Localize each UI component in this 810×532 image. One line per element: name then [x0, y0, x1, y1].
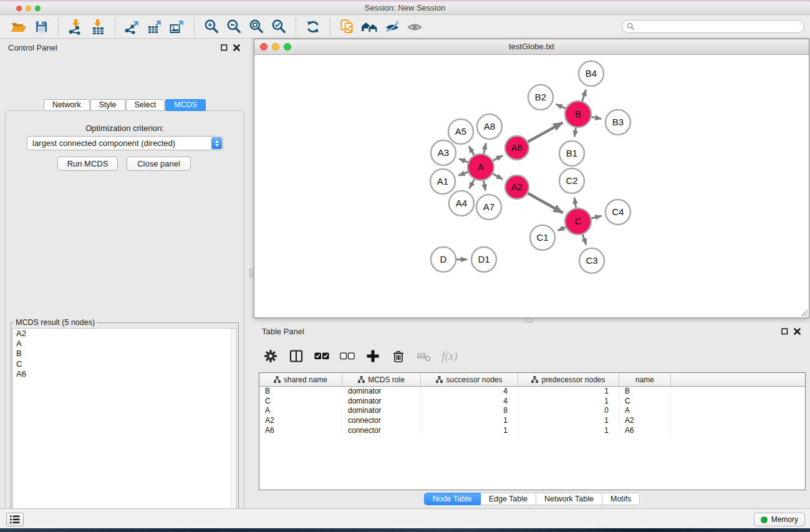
- table-panel-title: Table Panel: [262, 327, 304, 336]
- network-close-button[interactable]: [260, 43, 268, 51]
- close-panel-action-button[interactable]: Close panel: [127, 157, 191, 171]
- graph-edge-A-A5[interactable]: [469, 147, 474, 155]
- network-window-title: testGlobe.txt: [254, 39, 809, 54]
- memory-button[interactable]: Memory: [754, 513, 805, 526]
- add-row-button[interactable]: [365, 349, 380, 364]
- refresh-icon: [306, 19, 321, 34]
- run-mcds-button[interactable]: Run MCDS: [57, 157, 118, 171]
- zoom-out-icon: [226, 19, 242, 34]
- delete-row-button[interactable]: [391, 349, 406, 364]
- graph-edge-B-B2[interactable]: [556, 104, 566, 109]
- float-window-icon: [781, 328, 788, 335]
- vertical-divider-grip[interactable]: [249, 268, 253, 278]
- table-row[interactable]: A2connector11A2: [259, 416, 805, 426]
- select-all-button[interactable]: [314, 349, 329, 364]
- table-row[interactable]: A6connector11A6: [259, 426, 805, 436]
- table-row[interactable]: Cdominator41C: [259, 397, 805, 407]
- graph-edge-C-C3[interactable]: [582, 235, 586, 245]
- tab-network-table[interactable]: Network Table: [536, 493, 602, 505]
- houses-button[interactable]: [359, 17, 381, 36]
- table-row[interactable]: Bdominator41B: [259, 387, 805, 397]
- import-table-button[interactable]: [87, 17, 109, 36]
- column-header-predecessor-nodes[interactable]: predecessor nodes: [518, 373, 619, 386]
- table-row[interactable]: Adominator80A: [259, 406, 805, 416]
- table-cell: A: [259, 406, 342, 416]
- tab-style[interactable]: Style: [90, 99, 125, 111]
- search-input[interactable]: [637, 22, 804, 32]
- network-view-window: testGlobe.txt B4B2BB3A8A5A6A3B1AA1C2A2A4…: [254, 39, 809, 318]
- column-header-MCDS-role[interactable]: MCDS role: [342, 373, 421, 386]
- graph-edge-A2-C[interactable]: [528, 193, 562, 213]
- graph-edge-B-B4[interactable]: [582, 90, 586, 101]
- delete-table-button[interactable]: [417, 349, 432, 364]
- graph-edge-B-B1[interactable]: [574, 128, 576, 137]
- graph-edge-A-A7[interactable]: [483, 181, 485, 191]
- function-builder-button[interactable]: f(x): [442, 349, 457, 364]
- table-close-button[interactable]: [792, 326, 802, 336]
- graph-edge-B-B3[interactable]: [592, 117, 602, 118]
- graph-edge-A-A8[interactable]: [484, 143, 486, 153]
- tab-select[interactable]: Select: [126, 99, 165, 111]
- export-network-button[interactable]: [121, 17, 143, 36]
- table-header: shared nameMCDS rolesuccessor nodesprede…: [259, 373, 805, 387]
- network-window-titlebar[interactable]: testGlobe.txt: [254, 39, 809, 55]
- table-panel-header: Table Panel: [254, 322, 810, 340]
- graph-edge-A6-B[interactable]: [528, 123, 563, 142]
- open-file-button[interactable]: [7, 17, 30, 36]
- network-maximize-button[interactable]: [284, 43, 291, 51]
- float-panel-button[interactable]: [219, 42, 229, 52]
- maximize-window-button[interactable]: [35, 6, 41, 11]
- graph-edge-C-C1[interactable]: [558, 227, 566, 231]
- result-item[interactable]: A: [13, 339, 236, 349]
- graph-edge-A-A6[interactable]: [493, 155, 503, 160]
- tab-network[interactable]: Network: [44, 99, 90, 111]
- close-panel-button[interactable]: [231, 42, 241, 52]
- zoom-out-button[interactable]: [223, 17, 245, 36]
- hide-eye-button[interactable]: [381, 17, 403, 36]
- control-panel: Control Panel NetworkStyleSelectMCDS Opt…: [0, 39, 249, 508]
- result-item[interactable]: A6: [13, 369, 236, 379]
- export-table-button[interactable]: [143, 17, 166, 36]
- table-float-button[interactable]: [779, 326, 789, 336]
- network-canvas[interactable]: B4B2BB3A8A5A6A3B1AA1C2A2A4A7C4CC1C3DD1: [254, 55, 809, 317]
- tab-edge-table[interactable]: Edge Table: [481, 493, 536, 505]
- graph-edge-C-C2[interactable]: [574, 198, 576, 208]
- import-network-button[interactable]: [64, 17, 87, 36]
- graph-edge-A-A3[interactable]: [459, 159, 468, 162]
- result-item[interactable]: B: [13, 349, 236, 359]
- zoom-in-button[interactable]: [200, 17, 223, 36]
- clone-network-button[interactable]: [336, 17, 359, 36]
- tab-node-table[interactable]: Node Table: [424, 493, 481, 505]
- zoom-selected-button[interactable]: [268, 17, 290, 36]
- network-minimize-button[interactable]: [272, 43, 279, 51]
- result-item[interactable]: A2: [13, 329, 236, 339]
- column-header-shared-name[interactable]: shared name: [259, 373, 342, 386]
- column-header-name[interactable]: name: [619, 373, 671, 386]
- graph-edge-A-A2[interactable]: [493, 174, 503, 180]
- result-item[interactable]: C: [13, 359, 236, 369]
- deselect-all-button[interactable]: [340, 349, 355, 364]
- resize-grip-icon[interactable]: [799, 308, 808, 317]
- refresh-button[interactable]: [302, 17, 324, 36]
- graph-node-label-B: B: [575, 109, 581, 119]
- insert-column-button[interactable]: [289, 349, 304, 364]
- column-header-successor-nodes[interactable]: successor nodes: [421, 373, 518, 386]
- tab-motifs[interactable]: Motifs: [602, 493, 640, 505]
- graph-edge-A-A1[interactable]: [458, 172, 468, 176]
- result-scrollbar[interactable]: [231, 329, 236, 532]
- optimization-criterion-dropdown[interactable]: largest connected component (directed): [27, 136, 223, 150]
- task-history-button[interactable]: [6, 513, 24, 526]
- save-session-button[interactable]: [30, 17, 52, 36]
- graph-edge-A-A4[interactable]: [470, 179, 475, 188]
- export-image-button[interactable]: [166, 17, 188, 36]
- zoom-fit-button[interactable]: [245, 17, 268, 36]
- eye-button[interactable]: [403, 17, 426, 36]
- search-box[interactable]: [622, 20, 804, 33]
- tab-mcds[interactable]: MCDS: [165, 99, 206, 111]
- graph-edge-C-C4[interactable]: [591, 216, 601, 218]
- table-cell: 1: [421, 416, 518, 426]
- table-settings-button[interactable]: [263, 349, 278, 364]
- minimize-window-button[interactable]: [26, 6, 31, 11]
- graph-node-label-C3: C3: [586, 255, 597, 266]
- close-window-button[interactable]: [16, 6, 22, 11]
